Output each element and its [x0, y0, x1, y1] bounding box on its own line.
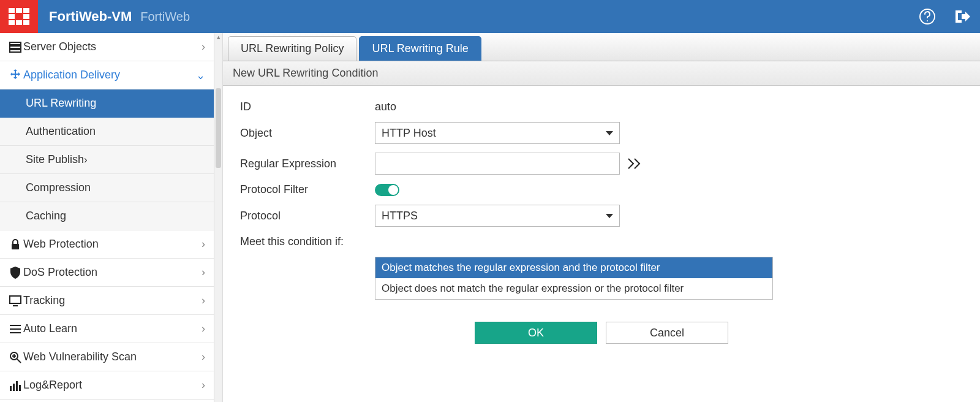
shield-icon [7, 267, 23, 279]
scroll-up-icon: ▴ [214, 33, 222, 41]
scroll-thumb[interactable] [216, 88, 221, 168]
label-object: Object [240, 127, 375, 140]
svg-rect-2 [23, 8, 29, 13]
section-header: New URL Rewriting Condition [223, 61, 980, 86]
svg-rect-25 [16, 381, 18, 391]
tab-url-rewriting-rule[interactable]: URL Rewriting Rule [359, 36, 481, 61]
sidebar-item-web-protection[interactable]: Web Protection › [0, 230, 214, 259]
tab-url-rewriting-policy[interactable]: URL Rewriting Policy [228, 36, 356, 61]
monitor-icon [7, 295, 23, 306]
sidebar-item-log-report[interactable]: Log&Report › [0, 371, 214, 400]
condition-option-label: Object does not match the regular expres… [382, 283, 684, 295]
chevron-right-icon: › [202, 322, 205, 335]
chevron-down-icon: ⌄ [196, 69, 205, 82]
label-meet-condition: Meet this condition if: [240, 235, 344, 248]
help-icon[interactable] [919, 8, 936, 25]
svg-rect-3 [9, 14, 15, 19]
sidebar-item-label: Tracking [23, 294, 202, 307]
sidebar-item-dos-protection[interactable]: DoS Protection › [0, 259, 214, 287]
chevron-right-icon: › [202, 238, 205, 251]
expand-icon[interactable] [626, 156, 643, 171]
svg-rect-4 [23, 14, 29, 19]
cancel-button[interactable]: Cancel [606, 322, 728, 344]
sidebar-item-label: Web Vulnerability Scan [23, 351, 202, 363]
protocol-filter-toggle[interactable] [375, 184, 399, 196]
svg-rect-24 [13, 384, 15, 391]
svg-rect-1 [16, 8, 22, 13]
sidebar-item-label: URL Rewriting [26, 97, 96, 110]
svg-rect-11 [10, 46, 21, 48]
chevron-right-icon: › [202, 351, 205, 363]
sidebar-scrollbar[interactable]: ▴ [214, 33, 223, 402]
svg-rect-12 [10, 50, 21, 52]
condition-option-match[interactable]: Object matches the regular expression an… [375, 257, 772, 278]
tab-label: URL Rewriting Policy [241, 42, 344, 55]
svg-rect-5 [9, 20, 15, 25]
sidebar-item-label: Authentication [26, 125, 96, 138]
list-icon [7, 324, 23, 334]
sidebar-item-application-delivery[interactable]: Application Delivery ⌄ [0, 61, 214, 89]
sidebar-item-label: Caching [26, 210, 66, 222]
regex-input[interactable] [375, 153, 620, 175]
product-subtitle: FortiWeb [140, 10, 190, 24]
svg-rect-26 [19, 385, 21, 391]
label-id: ID [240, 100, 375, 113]
server-icon [7, 42, 23, 53]
scan-icon [7, 351, 23, 363]
chart-icon [7, 380, 23, 391]
caret-down-icon [606, 131, 613, 135]
sidebar-item-label: Site Publish [26, 153, 84, 166]
lock-icon [7, 239, 23, 250]
sidebar-item-auto-learn[interactable]: Auto Learn › [0, 315, 214, 343]
sidebar-item-label: Log&Report [23, 379, 202, 392]
ok-button[interactable]: OK [475, 322, 597, 344]
sidebar-item-label: Web Protection [23, 238, 202, 251]
brand-logo [0, 0, 38, 33]
sidebar-sub-caching[interactable]: Caching [0, 202, 214, 230]
sidebar-sub-authentication[interactable]: Authentication [0, 118, 214, 146]
label-regex: Regular Expression [240, 157, 375, 170]
condition-option-not-match[interactable]: Object does not match the regular expres… [375, 278, 772, 299]
svg-rect-13 [12, 244, 19, 249]
protocol-select[interactable]: HTTPS [375, 205, 620, 227]
sidebar-sub-url-rewriting[interactable]: URL Rewriting [0, 89, 214, 118]
svg-rect-23 [10, 386, 12, 391]
label-protocol: Protocol [240, 210, 375, 222]
svg-rect-7 [23, 20, 29, 25]
object-select[interactable]: HTTP Host [375, 122, 620, 144]
sidebar-item-server-objects[interactable]: Server Objects › [0, 33, 214, 61]
condition-option-list: Object matches the regular expression an… [375, 257, 773, 300]
logout-icon[interactable] [953, 8, 970, 25]
product-name: FortiWeb-VM [49, 9, 132, 25]
chevron-right-icon: › [202, 379, 205, 392]
top-bar: FortiWeb-VM FortiWeb [0, 0, 980, 33]
tab-label: URL Rewriting Rule [372, 42, 468, 55]
sidebar-item-tracking[interactable]: Tracking › [0, 287, 214, 315]
svg-line-20 [17, 359, 21, 363]
svg-rect-10 [10, 42, 21, 45]
value-id: auto [375, 100, 396, 113]
sidebar-item-label: DoS Protection [23, 266, 202, 279]
chevron-right-icon: › [84, 154, 88, 166]
button-label: OK [528, 327, 544, 339]
sidebar-sub-compression[interactable]: Compression [0, 174, 214, 202]
tab-strip: URL Rewriting Policy URL Rewriting Rule [223, 33, 980, 61]
section-title: New URL Rewriting Condition [233, 67, 378, 80]
button-label: Cancel [650, 327, 684, 339]
condition-option-label: Object matches the regular expression an… [382, 262, 660, 274]
sidebar-item-label: Application Delivery [23, 69, 196, 82]
label-protocol-filter: Protocol Filter [240, 183, 375, 196]
protocol-select-value: HTTPS [382, 210, 606, 222]
svg-rect-0 [9, 8, 15, 13]
sidebar-item-web-vulnerability-scan[interactable]: Web Vulnerability Scan › [0, 343, 214, 371]
chevron-right-icon: › [202, 40, 205, 53]
svg-point-9 [927, 20, 928, 21]
move-icon [7, 69, 23, 82]
chevron-right-icon: › [202, 294, 205, 307]
sidebar: Server Objects › Application Delivery ⌄ … [0, 33, 214, 402]
object-select-value: HTTP Host [382, 127, 606, 140]
sidebar-sub-site-publish[interactable]: Site Publish › [0, 146, 214, 174]
sidebar-item-label: Server Objects [23, 40, 202, 53]
sidebar-item-label: Compression [26, 181, 91, 194]
caret-down-icon [606, 214, 613, 218]
